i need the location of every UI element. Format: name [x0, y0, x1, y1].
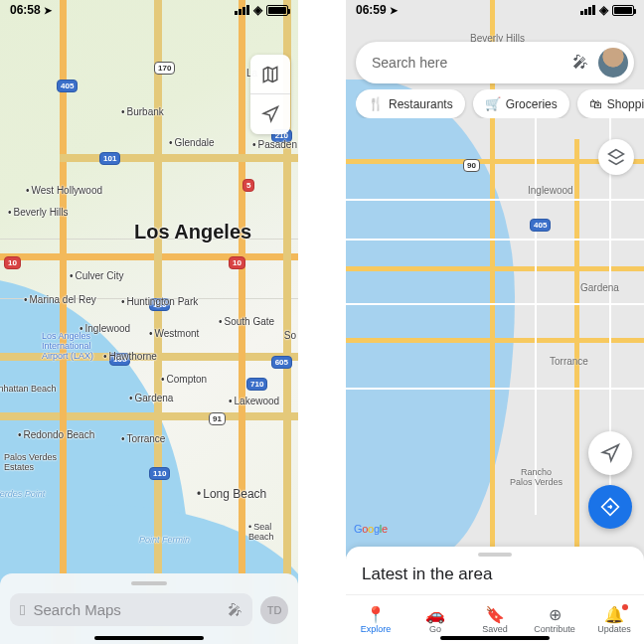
- chip-groceries[interactable]: 🛒Groceries: [473, 89, 569, 118]
- city-label: Huntington Park: [121, 296, 198, 307]
- city-label: Inglewood: [528, 185, 573, 196]
- map-controls: [250, 55, 290, 134]
- cellular-icon: [580, 5, 595, 15]
- google-logo: Google: [354, 523, 388, 535]
- route-shield: 10: [4, 256, 21, 269]
- nav-updates[interactable]: 🔔Updates: [584, 595, 644, 644]
- city-label: Burbank: [121, 106, 164, 117]
- battery-icon: [612, 5, 634, 16]
- route-shield: 91: [209, 412, 226, 425]
- battery-icon: [266, 5, 288, 16]
- locate-me-button[interactable]: [588, 431, 632, 475]
- city-label: So: [284, 330, 296, 341]
- airport-label: Los Angeles International Airport (LAX): [42, 332, 93, 362]
- city-label: Beverly Hills: [8, 207, 69, 218]
- city-label: Seal Beach: [248, 522, 298, 542]
- location-arrow-icon: ➤: [390, 5, 398, 16]
- route-shield: 605: [271, 356, 292, 369]
- directions-button[interactable]: [588, 485, 632, 529]
- fork-knife-icon: 🍴: [368, 96, 384, 111]
- search-field[interactable]: Search here 🎤︎: [356, 42, 634, 83]
- city-label: South Gate: [219, 316, 274, 327]
- city-label: Manhattan Beach: [0, 384, 57, 394]
- route-shield: 101: [99, 152, 120, 165]
- search-icon: 􀊫: [20, 601, 25, 618]
- bell-icon: 🔔: [604, 605, 624, 623]
- city-label: Pasaden: [252, 139, 297, 150]
- wifi-icon: ◈: [599, 3, 608, 17]
- plus-circle-icon: ⊕: [549, 605, 562, 623]
- status-bar: 06:58➤ ◈: [0, 0, 298, 20]
- drag-handle[interactable]: [131, 581, 167, 585]
- category-chips: 🍴Restaurants 🛒Groceries 🛍Shopping: [356, 89, 644, 118]
- city-label: Westmont: [149, 328, 199, 339]
- city-label: Gardena: [129, 393, 173, 403]
- city-label: Compton: [161, 374, 207, 385]
- route-shield: 10: [229, 256, 245, 269]
- home-indicator[interactable]: [94, 636, 204, 640]
- chip-shopping[interactable]: 🛍Shopping: [577, 89, 644, 118]
- route-shield: 110: [149, 467, 170, 480]
- car-icon: 🚗: [425, 605, 445, 623]
- location-arrow-icon: ➤: [44, 5, 52, 16]
- notification-dot: [622, 604, 628, 610]
- route-shield: 710: [246, 378, 267, 391]
- city-label: Hawthorne: [103, 351, 157, 362]
- status-bar: 06:59➤ ◈: [346, 0, 644, 20]
- apple-maps-screenshot: 405 101 170 210 10 10 5 110 110 105 710 …: [0, 0, 298, 644]
- pin-icon: 📍: [366, 605, 386, 623]
- cellular-icon: [235, 5, 249, 15]
- city-label: Torrance: [121, 433, 165, 444]
- bag-icon: 🛍: [589, 96, 602, 111]
- city-label: Torrance: [550, 356, 588, 367]
- user-avatar[interactable]: TD: [260, 596, 288, 624]
- geo-label: Verdes Point: [0, 489, 45, 499]
- route-shield: 405: [530, 219, 551, 232]
- bookmark-icon: 🔖: [485, 605, 505, 623]
- nav-explore[interactable]: 📍Explore: [346, 595, 405, 644]
- route-shield: 170: [154, 62, 175, 75]
- route-shield: 405: [57, 80, 78, 92]
- city-label: Gardena: [580, 282, 619, 293]
- route-shield: 90: [463, 159, 480, 172]
- city-label: Culver City: [70, 270, 123, 281]
- search-placeholder: Search here: [372, 55, 563, 71]
- wifi-icon: ◈: [253, 3, 262, 17]
- search-field[interactable]: 􀊫 Search Maps 🎤︎: [10, 593, 252, 626]
- mic-icon[interactable]: 🎤︎: [228, 601, 242, 618]
- cart-icon: 🛒: [485, 96, 501, 111]
- sheet-title: Latest in the area: [362, 564, 628, 584]
- city-label: Marina del Rey: [24, 294, 96, 305]
- home-indicator[interactable]: [440, 636, 550, 640]
- city-label: Rancho Palos Verdes: [510, 467, 563, 487]
- map-mode-button[interactable]: [250, 55, 290, 94]
- search-placeholder: Search Maps: [33, 601, 220, 618]
- search-sheet[interactable]: 􀊫 Search Maps 🎤︎ TD: [0, 573, 298, 644]
- city-label: West Hollywood: [26, 185, 102, 196]
- geo-label: Point Fermin: [139, 535, 190, 545]
- city-label: Long Beach: [197, 487, 266, 501]
- route-shield: 5: [242, 179, 254, 192]
- locate-me-button[interactable]: [250, 94, 290, 134]
- user-avatar[interactable]: [598, 48, 628, 78]
- drag-handle[interactable]: [478, 553, 512, 557]
- mic-icon[interactable]: 🎤︎: [572, 54, 588, 72]
- city-label: Palos Verdes Estates: [4, 452, 57, 472]
- layers-button[interactable]: [598, 139, 634, 175]
- city-label: Redondo Beach: [18, 429, 94, 440]
- bottom-sheet[interactable]: Latest in the area: [346, 547, 644, 594]
- city-label-major: Los Angeles: [134, 221, 251, 243]
- status-time: 06:58: [10, 3, 41, 17]
- city-label: Glendale: [169, 137, 215, 148]
- google-maps-screenshot: Beverly Hills Inglewood Gardena Torrance…: [346, 0, 644, 644]
- chip-restaurants[interactable]: 🍴Restaurants: [356, 89, 465, 118]
- city-label: Lakewood: [229, 396, 279, 406]
- status-time: 06:59: [356, 3, 387, 17]
